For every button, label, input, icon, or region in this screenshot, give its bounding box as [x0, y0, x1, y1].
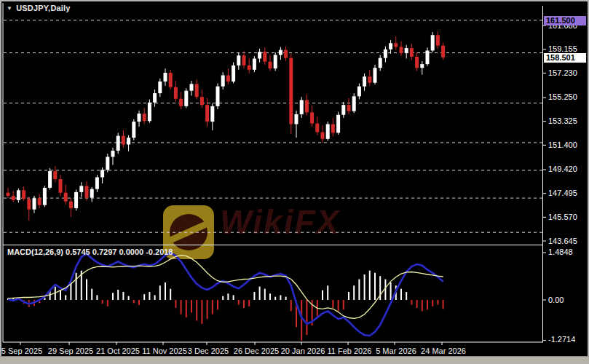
candle-bear — [64, 193, 68, 202]
candle-bear — [305, 100, 309, 112]
candle-bull — [363, 76, 366, 87]
candle-bull — [426, 50, 430, 64]
candle-bear — [53, 171, 57, 179]
ask-price-badge: 161.500 — [544, 16, 586, 25]
candle-bear — [269, 62, 272, 68]
candle-bear — [38, 198, 41, 205]
candle-bear — [263, 52, 266, 62]
candle-bull — [210, 106, 214, 122]
window-edge-bottom — [0, 356, 589, 364]
candle-bull — [389, 43, 392, 49]
price-axis-label: 159.155 — [548, 44, 577, 53]
price-axis-label: 149.420 — [548, 165, 577, 173]
candle-bull — [341, 105, 345, 115]
macd-axis-label: -1.2714 — [548, 335, 575, 344]
trading-chart-window: WikiFX 5 Sep 202529 Sep 202521 Oct 20251… — [0, 0, 589, 364]
candle-bear — [400, 47, 403, 52]
price-axis-label: 153.325 — [548, 116, 577, 125]
window-edge-left — [0, 0, 1, 364]
chart-canvas[interactable] — [0, 0, 589, 364]
candle-bear — [205, 105, 209, 122]
candle-bull — [138, 114, 141, 122]
candle-bear — [441, 46, 445, 58]
macd-axis-label: 0.00 — [548, 296, 564, 304]
candle-bear — [59, 179, 63, 193]
candle-bull — [431, 35, 435, 50]
candle-bull — [336, 115, 340, 133]
price-axis-label: 143.645 — [548, 237, 577, 245]
candle-bear — [169, 73, 173, 87]
candle-bull — [232, 66, 235, 82]
candle-bear — [179, 99, 183, 106]
candle-bull — [258, 52, 261, 58]
candle-bull — [79, 186, 83, 191]
candle-bear — [248, 66, 251, 70]
candle-bull — [295, 114, 299, 124]
candle-bull — [74, 192, 78, 208]
candle-bull — [95, 178, 99, 189]
candle-bull — [90, 189, 94, 198]
candle-bear — [331, 124, 335, 133]
candle-bull — [158, 82, 162, 93]
candle-bull — [33, 198, 36, 209]
candle-bear — [7, 193, 10, 196]
candle-bull — [184, 91, 188, 106]
candle-bull — [352, 96, 356, 111]
candle-bull — [148, 103, 151, 121]
candle-bull — [100, 170, 104, 177]
candle-bear — [174, 87, 178, 99]
price-axis-label: 151.400 — [548, 141, 577, 149]
candle-bull — [357, 87, 361, 97]
candle-bear — [85, 186, 89, 197]
candle-bear — [242, 55, 246, 66]
candle-bear — [315, 124, 319, 132]
price-axis-label: 157.230 — [548, 68, 577, 77]
macd-axis-label: 1.4848 — [548, 248, 573, 256]
symbol-timeframe-label: ▼USDJPY,Daily — [7, 4, 71, 12]
chevron-down-icon[interactable]: ▼ — [7, 5, 12, 12]
candle-bear — [368, 76, 371, 82]
candle-bull — [237, 55, 240, 66]
candle-bull — [274, 55, 277, 68]
candle-bull — [164, 73, 167, 82]
candle-bull — [326, 124, 330, 139]
candle-bull — [127, 138, 130, 144]
candle-bull — [116, 136, 120, 151]
window-edge-top — [0, 0, 589, 1]
candle-bear — [284, 50, 288, 58]
candle-bull — [373, 68, 377, 82]
macd-main-line-glow — [8, 253, 443, 336]
candle-bull — [153, 93, 157, 103]
candle-bear — [321, 132, 325, 139]
candle-bear — [394, 43, 398, 47]
candle-bull — [384, 50, 387, 58]
candle-bear — [27, 199, 31, 209]
price-axis-label: 155.250 — [548, 92, 577, 101]
candle-bull — [379, 58, 382, 68]
candle-bull — [216, 87, 220, 106]
candle-bull — [405, 48, 408, 53]
candle-bear — [310, 112, 314, 123]
candle-bull — [253, 59, 256, 70]
candle-bear — [200, 97, 204, 105]
price-axis-label: 145.570 — [548, 213, 577, 221]
candle-bear — [436, 35, 440, 45]
macd-main-line — [8, 253, 443, 336]
candle-bull — [17, 190, 20, 200]
candle-bear — [410, 48, 414, 57]
candle-bear — [289, 58, 293, 124]
candle-bull — [43, 188, 47, 205]
candle-bear — [143, 114, 146, 121]
candle-bull — [106, 157, 109, 170]
candle-bear — [415, 57, 419, 68]
candle-bull — [420, 64, 424, 68]
candle-bear — [69, 202, 73, 208]
candle-bear — [122, 136, 125, 145]
candle-bear — [12, 196, 15, 200]
candle-bear — [22, 190, 25, 199]
candle-bull — [279, 50, 282, 55]
candle-bull — [132, 122, 135, 138]
candle-bull — [300, 100, 304, 114]
macd-signal-line — [8, 256, 443, 319]
candle-bull — [221, 75, 225, 86]
